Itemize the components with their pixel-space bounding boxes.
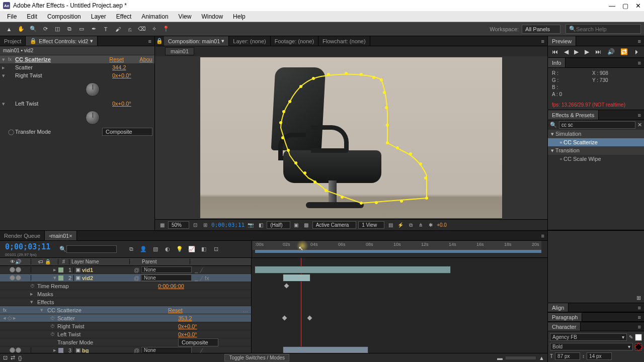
hand-tool-icon[interactable]: ✋: [16, 24, 26, 34]
minimize-button[interactable]: —: [609, 2, 615, 10]
clear-search-icon[interactable]: ✕: [637, 122, 642, 128]
tab-layer[interactable]: Layer: (none): [229, 36, 270, 46]
layer-bar-3[interactable]: [283, 346, 368, 353]
loop-icon[interactable]: 🔁: [620, 48, 628, 55]
transparency-icon[interactable]: ▩: [302, 221, 310, 229]
eye-icon[interactable]: [10, 347, 15, 353]
tab-effect-controls[interactable]: 🔒 Effect Controls: vid2 ▾: [26, 36, 98, 46]
label-column-icon[interactable]: 🏷 🔒: [31, 259, 58, 264]
font-style-dropdown[interactable]: Bold▾: [550, 343, 633, 350]
toggle-switches-button[interactable]: Toggle Switches / Modes: [224, 354, 289, 361]
prop-cc-scatterize[interactable]: fx ▾CC Scatterize Reset …: [0, 306, 251, 314]
prop-effects[interactable]: ▾Effects: [0, 298, 251, 306]
close-button[interactable]: ✕: [635, 2, 641, 10]
comp-mini-icon[interactable]: ⧉: [127, 246, 136, 252]
keyframe-icon[interactable]: [282, 316, 287, 321]
pixel-icon[interactable]: ▤: [386, 221, 394, 229]
eraser-tool-icon[interactable]: ⌫: [137, 24, 147, 34]
audio-icon[interactable]: 🔊: [607, 48, 615, 55]
last-frame-icon[interactable]: ⏭: [595, 48, 601, 55]
fx-badge-icon[interactable]: fx: [8, 57, 15, 62]
eyedropper-icon[interactable]: ✎: [629, 334, 633, 340]
roi-icon[interactable]: ▣: [292, 221, 300, 229]
pickwhip-icon[interactable]: @: [132, 347, 141, 353]
audio-icon[interactable]: [16, 267, 21, 273]
menu-view[interactable]: View: [174, 13, 197, 20]
selection-tool-icon[interactable]: ▲: [4, 24, 14, 34]
timeline-icon[interactable]: ⧉: [407, 221, 415, 229]
stopwatch-icon[interactable]: ⏱: [30, 284, 37, 289]
menu-edit[interactable]: Edit: [22, 13, 42, 20]
panel-menu-icon[interactable]: ≡: [635, 38, 644, 44]
stopwatch-icon[interactable]: ⏱: [50, 324, 57, 329]
num-column[interactable]: #: [58, 259, 69, 264]
tab-align[interactable]: Align: [548, 303, 569, 312]
reset-exposure-icon[interactable]: ✱: [427, 221, 435, 229]
ratio-icon[interactable]: ⊡: [191, 221, 199, 229]
tab-info[interactable]: Info: [548, 58, 566, 67]
zoom-slider[interactable]: [506, 356, 536, 359]
menu-file[interactable]: File: [2, 13, 22, 20]
ram-preview-icon[interactable]: ⏵: [634, 48, 640, 55]
frame-blend-icon[interactable]: ▧: [151, 246, 160, 252]
search-help-input[interactable]: [576, 26, 637, 32]
shy-icon[interactable]: 👤: [139, 246, 148, 252]
first-frame-icon[interactable]: ⏮: [552, 48, 558, 55]
panel-menu-icon[interactable]: ≡: [635, 112, 644, 118]
pen-tool-icon[interactable]: ✒: [89, 24, 99, 34]
twirl-icon[interactable]: ▸: [2, 64, 8, 71]
left-twist-dial[interactable]: [86, 111, 100, 125]
workspace-dropdown[interactable]: All Panels: [522, 25, 560, 34]
tab-flowchart[interactable]: Flowchart: (none): [318, 36, 370, 46]
panel-menu-icon[interactable]: ≡: [635, 60, 644, 66]
fill-color[interactable]: [635, 334, 642, 341]
twirl-icon[interactable]: ▸: [51, 266, 58, 273]
text-tool-icon[interactable]: T: [101, 24, 111, 34]
font-dropdown[interactable]: Agency FB▾: [550, 333, 627, 341]
expand-icon[interactable]: ⊡: [211, 246, 220, 252]
tab-character[interactable]: Character: [548, 322, 581, 331]
layer-row-2[interactable]: ▾ 2 ▣ vid2 @ None ⎯ ╱ fx: [0, 274, 251, 282]
eye-icon[interactable]: [10, 267, 15, 273]
menu-animation[interactable]: Animation: [136, 13, 173, 20]
puppet-tool-icon[interactable]: 📍: [161, 24, 171, 34]
panel-menu-icon[interactable]: ≡: [538, 38, 547, 44]
tab-footage[interactable]: Footage: (none): [271, 36, 318, 46]
safe-icon[interactable]: ⊞: [201, 221, 209, 229]
category-transition[interactable]: ▾ Transition: [548, 146, 644, 155]
parent-column[interactable]: Parent: [140, 259, 190, 264]
lock-icon[interactable]: 🔒: [155, 38, 164, 44]
pickwhip-icon[interactable]: @: [132, 275, 141, 281]
menu-window[interactable]: Window: [196, 13, 228, 20]
effect-reset-link[interactable]: Reset: [109, 56, 139, 62]
timeline-timecode[interactable]: 0;00;03;11: [0, 241, 55, 252]
twirl-icon[interactable]: ▾: [2, 72, 8, 79]
tab-render-queue[interactable]: Render Queue: [0, 231, 45, 240]
keyframe-icon[interactable]: [284, 284, 289, 289]
parent-dropdown[interactable]: None: [141, 266, 192, 273]
layer-row-1[interactable]: ▸ 1 ▣ vid1 @ None ⎯ ╱: [0, 266, 251, 274]
stroke-color[interactable]: [635, 343, 642, 350]
twirl-icon[interactable]: ▾: [51, 275, 58, 281]
prop-left-twist[interactable]: ⏱Left Twist 0x+0.0°: [0, 330, 251, 338]
prop-right-twist[interactable]: ⏱Right Twist 0x+0.0°: [0, 322, 251, 330]
resolution-dropdown[interactable]: (Half): [267, 221, 290, 229]
rotate-tool-icon[interactable]: ⟳: [40, 24, 50, 34]
layername-column[interactable]: Layer Name: [69, 259, 130, 264]
transfer-mode-dropdown[interactable]: Composite: [178, 338, 218, 346]
maximize-button[interactable]: ▢: [622, 2, 628, 10]
layer-row-3[interactable]: ▸ 3 ▣ bg @ None ⎯ ╱: [0, 346, 251, 353]
right-twist-value[interactable]: 0x+0.0°: [178, 323, 197, 329]
next-frame-icon[interactable]: ▶: [585, 48, 589, 55]
expand-icon[interactable]: ⊡: [3, 354, 8, 361]
effect-reset-link[interactable]: Reset: [168, 307, 183, 313]
twirl-icon[interactable]: ▾: [30, 299, 37, 305]
transfer-mode-dropdown[interactable]: Composite: [102, 128, 152, 136]
toggle-icon[interactable]: ⇄: [11, 354, 15, 361]
effects-search-input[interactable]: [559, 121, 635, 129]
brush-tool-icon[interactable]: 🖌: [113, 24, 123, 34]
layer-bar-1[interactable]: [255, 266, 451, 274]
new-item-icon[interactable]: ⊞: [548, 295, 644, 303]
panel-menu-icon[interactable]: ≡: [635, 324, 644, 330]
tab-project[interactable]: Project: [0, 36, 26, 46]
